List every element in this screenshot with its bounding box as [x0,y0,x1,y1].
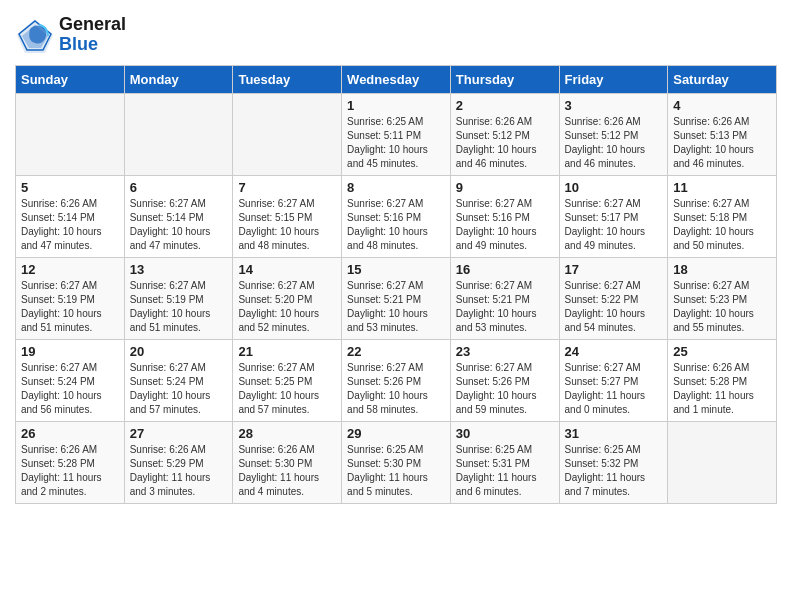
day-info: Sunrise: 6:26 AM Sunset: 5:12 PM Dayligh… [456,115,554,171]
day-number: 15 [347,262,445,277]
day-number: 1 [347,98,445,113]
day-cell: 1Sunrise: 6:25 AM Sunset: 5:11 PM Daylig… [342,93,451,175]
day-info: Sunrise: 6:25 AM Sunset: 5:32 PM Dayligh… [565,443,663,499]
day-cell: 24Sunrise: 6:27 AM Sunset: 5:27 PM Dayli… [559,339,668,421]
day-info: Sunrise: 6:27 AM Sunset: 5:19 PM Dayligh… [130,279,228,335]
day-cell: 4Sunrise: 6:26 AM Sunset: 5:13 PM Daylig… [668,93,777,175]
weekday-header-friday: Friday [559,65,668,93]
day-info: Sunrise: 6:26 AM Sunset: 5:29 PM Dayligh… [130,443,228,499]
day-number: 3 [565,98,663,113]
day-number: 28 [238,426,336,441]
day-info: Sunrise: 6:27 AM Sunset: 5:21 PM Dayligh… [456,279,554,335]
day-info: Sunrise: 6:27 AM Sunset: 5:14 PM Dayligh… [130,197,228,253]
day-info: Sunrise: 6:27 AM Sunset: 5:22 PM Dayligh… [565,279,663,335]
day-cell: 29Sunrise: 6:25 AM Sunset: 5:30 PM Dayli… [342,421,451,503]
day-number: 11 [673,180,771,195]
day-info: Sunrise: 6:27 AM Sunset: 5:26 PM Dayligh… [347,361,445,417]
weekday-header-tuesday: Tuesday [233,65,342,93]
day-info: Sunrise: 6:27 AM Sunset: 5:19 PM Dayligh… [21,279,119,335]
day-cell: 3Sunrise: 6:26 AM Sunset: 5:12 PM Daylig… [559,93,668,175]
day-info: Sunrise: 6:26 AM Sunset: 5:28 PM Dayligh… [673,361,771,417]
day-info: Sunrise: 6:25 AM Sunset: 5:11 PM Dayligh… [347,115,445,171]
day-cell: 30Sunrise: 6:25 AM Sunset: 5:31 PM Dayli… [450,421,559,503]
logo-text: General Blue [59,15,126,55]
day-info: Sunrise: 6:26 AM Sunset: 5:28 PM Dayligh… [21,443,119,499]
day-number: 29 [347,426,445,441]
weekday-header-wednesday: Wednesday [342,65,451,93]
weekday-header-saturday: Saturday [668,65,777,93]
day-cell: 14Sunrise: 6:27 AM Sunset: 5:20 PM Dayli… [233,257,342,339]
day-info: Sunrise: 6:27 AM Sunset: 5:24 PM Dayligh… [21,361,119,417]
day-number: 16 [456,262,554,277]
day-info: Sunrise: 6:27 AM Sunset: 5:25 PM Dayligh… [238,361,336,417]
day-cell [16,93,125,175]
day-number: 31 [565,426,663,441]
day-number: 26 [21,426,119,441]
day-cell: 17Sunrise: 6:27 AM Sunset: 5:22 PM Dayli… [559,257,668,339]
day-info: Sunrise: 6:25 AM Sunset: 5:30 PM Dayligh… [347,443,445,499]
logo: General Blue [15,15,126,55]
day-number: 18 [673,262,771,277]
day-info: Sunrise: 6:27 AM Sunset: 5:16 PM Dayligh… [347,197,445,253]
weekday-header-thursday: Thursday [450,65,559,93]
day-cell: 5Sunrise: 6:26 AM Sunset: 5:14 PM Daylig… [16,175,125,257]
day-info: Sunrise: 6:26 AM Sunset: 5:13 PM Dayligh… [673,115,771,171]
day-number: 30 [456,426,554,441]
weekday-header-monday: Monday [124,65,233,93]
day-number: 2 [456,98,554,113]
calendar-table: SundayMondayTuesdayWednesdayThursdayFrid… [15,65,777,504]
day-cell: 26Sunrise: 6:26 AM Sunset: 5:28 PM Dayli… [16,421,125,503]
day-cell: 16Sunrise: 6:27 AM Sunset: 5:21 PM Dayli… [450,257,559,339]
day-cell: 22Sunrise: 6:27 AM Sunset: 5:26 PM Dayli… [342,339,451,421]
day-number: 19 [21,344,119,359]
day-number: 24 [565,344,663,359]
week-row-1: 1Sunrise: 6:25 AM Sunset: 5:11 PM Daylig… [16,93,777,175]
day-info: Sunrise: 6:27 AM Sunset: 5:20 PM Dayligh… [238,279,336,335]
day-cell: 9Sunrise: 6:27 AM Sunset: 5:16 PM Daylig… [450,175,559,257]
day-number: 23 [456,344,554,359]
logo-icon [15,17,55,52]
day-cell: 7Sunrise: 6:27 AM Sunset: 5:15 PM Daylig… [233,175,342,257]
day-number: 14 [238,262,336,277]
day-number: 9 [456,180,554,195]
day-number: 7 [238,180,336,195]
day-cell: 10Sunrise: 6:27 AM Sunset: 5:17 PM Dayli… [559,175,668,257]
day-cell: 2Sunrise: 6:26 AM Sunset: 5:12 PM Daylig… [450,93,559,175]
day-cell: 31Sunrise: 6:25 AM Sunset: 5:32 PM Dayli… [559,421,668,503]
day-cell: 8Sunrise: 6:27 AM Sunset: 5:16 PM Daylig… [342,175,451,257]
day-info: Sunrise: 6:26 AM Sunset: 5:14 PM Dayligh… [21,197,119,253]
day-cell: 15Sunrise: 6:27 AM Sunset: 5:21 PM Dayli… [342,257,451,339]
day-cell: 23Sunrise: 6:27 AM Sunset: 5:26 PM Dayli… [450,339,559,421]
day-number: 21 [238,344,336,359]
day-cell: 6Sunrise: 6:27 AM Sunset: 5:14 PM Daylig… [124,175,233,257]
day-info: Sunrise: 6:27 AM Sunset: 5:18 PM Dayligh… [673,197,771,253]
day-info: Sunrise: 6:27 AM Sunset: 5:21 PM Dayligh… [347,279,445,335]
day-cell: 20Sunrise: 6:27 AM Sunset: 5:24 PM Dayli… [124,339,233,421]
day-cell [233,93,342,175]
day-info: Sunrise: 6:26 AM Sunset: 5:30 PM Dayligh… [238,443,336,499]
day-info: Sunrise: 6:27 AM Sunset: 5:24 PM Dayligh… [130,361,228,417]
day-cell: 21Sunrise: 6:27 AM Sunset: 5:25 PM Dayli… [233,339,342,421]
day-cell: 13Sunrise: 6:27 AM Sunset: 5:19 PM Dayli… [124,257,233,339]
week-row-3: 12Sunrise: 6:27 AM Sunset: 5:19 PM Dayli… [16,257,777,339]
day-number: 22 [347,344,445,359]
weekday-header-row: SundayMondayTuesdayWednesdayThursdayFrid… [16,65,777,93]
day-cell [668,421,777,503]
day-info: Sunrise: 6:27 AM Sunset: 5:17 PM Dayligh… [565,197,663,253]
day-cell: 25Sunrise: 6:26 AM Sunset: 5:28 PM Dayli… [668,339,777,421]
day-cell: 18Sunrise: 6:27 AM Sunset: 5:23 PM Dayli… [668,257,777,339]
day-info: Sunrise: 6:27 AM Sunset: 5:16 PM Dayligh… [456,197,554,253]
day-cell: 12Sunrise: 6:27 AM Sunset: 5:19 PM Dayli… [16,257,125,339]
weekday-header-sunday: Sunday [16,65,125,93]
day-info: Sunrise: 6:25 AM Sunset: 5:31 PM Dayligh… [456,443,554,499]
day-cell: 19Sunrise: 6:27 AM Sunset: 5:24 PM Dayli… [16,339,125,421]
day-info: Sunrise: 6:27 AM Sunset: 5:23 PM Dayligh… [673,279,771,335]
day-cell: 27Sunrise: 6:26 AM Sunset: 5:29 PM Dayli… [124,421,233,503]
day-info: Sunrise: 6:27 AM Sunset: 5:27 PM Dayligh… [565,361,663,417]
week-row-4: 19Sunrise: 6:27 AM Sunset: 5:24 PM Dayli… [16,339,777,421]
day-number: 5 [21,180,119,195]
day-number: 20 [130,344,228,359]
day-number: 13 [130,262,228,277]
week-row-5: 26Sunrise: 6:26 AM Sunset: 5:28 PM Dayli… [16,421,777,503]
day-number: 10 [565,180,663,195]
